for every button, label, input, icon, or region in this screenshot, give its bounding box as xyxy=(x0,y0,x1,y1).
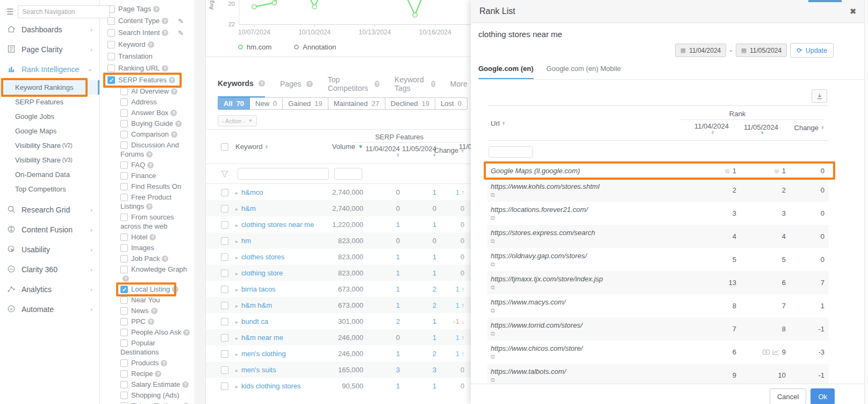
date2-rank-cell[interactable]: 1 xyxy=(400,221,436,229)
unchecked-checkbox[interactable] xyxy=(120,339,128,347)
submenu-item-google-jobs[interactable]: Google Jobs xyxy=(0,109,99,124)
external-link-icon[interactable]: ⧉ xyxy=(491,238,687,245)
unchecked-checkbox[interactable] xyxy=(120,255,128,263)
date1-rank-cell[interactable]: 3 xyxy=(363,366,400,374)
status-filter-gained[interactable]: Gained19 xyxy=(283,97,328,110)
screenshot-icon[interactable] xyxy=(763,349,770,355)
help-icon[interactable]: ? xyxy=(148,318,154,325)
help-icon[interactable]: ? xyxy=(123,275,129,282)
status-filter-maintained[interactable]: Maintained27 xyxy=(328,97,385,110)
expand-icon[interactable]: ▸ xyxy=(235,335,238,341)
cancel-button[interactable]: Cancel xyxy=(770,388,806,404)
legend-item-hm-com[interactable]: hm.com xyxy=(238,43,271,51)
filter-item-label[interactable]: Search Intent xyxy=(118,29,160,37)
sidebar-item-rank-intelligence[interactable]: Rank Intelligence⌄ xyxy=(0,59,99,79)
unchecked-checkbox[interactable] xyxy=(120,214,128,221)
external-link-icon[interactable]: ⧉ xyxy=(491,377,687,384)
expand-icon[interactable]: ▸ xyxy=(235,384,238,389)
help-icon[interactable]: ? xyxy=(146,203,153,210)
help-icon[interactable]: ? xyxy=(161,360,167,366)
row-checkbox[interactable] xyxy=(221,253,228,261)
keyword-link[interactable]: ▸h&m h&m xyxy=(235,301,323,309)
help-icon[interactable]: ? xyxy=(183,329,190,336)
filter-item-label[interactable]: Images xyxy=(131,244,154,252)
status-filter-lost[interactable]: Lost0 xyxy=(435,97,468,110)
expand-icon[interactable]: ▸ xyxy=(235,303,238,309)
keyword-link[interactable]: ▸h&m near me xyxy=(235,334,323,342)
engine-tab-google-com-en-mobile[interactable]: Google.com (en) Mobile xyxy=(547,65,621,79)
select-all-checkbox[interactable] xyxy=(221,143,228,151)
filter-item-label[interactable]: Answer Box xyxy=(131,109,168,117)
filter-item-label[interactable]: Local Listing xyxy=(131,285,170,293)
help-icon[interactable]: ? xyxy=(162,30,168,36)
update-button[interactable]: ⟳ Update xyxy=(790,43,834,58)
row-checkbox[interactable] xyxy=(221,221,228,229)
unchecked-checkbox[interactable] xyxy=(120,266,128,273)
external-link-icon[interactable]: ⧉ xyxy=(491,307,687,314)
row-checkbox[interactable] xyxy=(221,366,228,374)
keyword-link[interactable]: ▸birria tacos xyxy=(235,285,323,293)
column-header-keyword[interactable]: Keyword ▲▼ xyxy=(235,143,323,151)
filter-item-label[interactable]: AI Overview xyxy=(131,87,169,95)
filter-item-label[interactable]: Products xyxy=(131,359,159,367)
date-from-picker[interactable]: ▦ 11/04/2024 xyxy=(675,44,727,57)
help-icon[interactable]: ? xyxy=(171,88,177,95)
edit-pencil-icon[interactable]: ✎ xyxy=(178,29,184,38)
unchecked-checkbox[interactable] xyxy=(120,194,128,201)
unchecked-checkbox[interactable] xyxy=(120,161,128,169)
column-header-change[interactable]: Change ▲▼ xyxy=(786,115,824,132)
unchecked-checkbox[interactable] xyxy=(120,98,128,106)
filter-item-label[interactable]: Comparison xyxy=(131,130,169,138)
submenu-item-serp-features[interactable]: SERP Features xyxy=(0,95,99,109)
help-icon[interactable]: ? xyxy=(175,121,182,127)
status-filter-all[interactable]: All70 xyxy=(218,97,250,110)
external-link-icon[interactable]: ⧉ xyxy=(491,261,687,268)
unchecked-checkbox[interactable] xyxy=(120,359,128,367)
expand-icon[interactable]: ▸ xyxy=(235,271,238,277)
unchecked-checkbox[interactable] xyxy=(120,318,128,325)
sidebar-item-page-clarity[interactable]: Page Clarity› xyxy=(0,39,99,59)
filter-item-label[interactable]: Translation xyxy=(118,52,153,60)
filter-item-label[interactable]: Ranking URL xyxy=(118,64,160,72)
unchecked-checkbox[interactable] xyxy=(120,141,128,149)
legend-item-annotation[interactable]: Annotation xyxy=(294,43,336,51)
expand-icon[interactable]: ▸ xyxy=(235,238,238,244)
unchecked-checkbox[interactable] xyxy=(120,88,128,95)
filter-item-label[interactable]: Content Type xyxy=(118,17,160,25)
submenu-item-visibility-share[interactable]: Visibility Share (V3) xyxy=(0,153,99,167)
keyword-link[interactable]: ▸clothing store xyxy=(235,269,323,277)
panel-divider[interactable] xyxy=(196,0,206,404)
filter-item-label[interactable]: People Also Ask xyxy=(131,328,181,336)
submenu-item-on-demand-data[interactable]: On-Demand Data xyxy=(0,167,99,182)
filter-item-label[interactable]: Knowledge Graph xyxy=(131,265,187,273)
row-checkbox[interactable] xyxy=(221,189,228,196)
volume-filter-input[interactable] xyxy=(334,168,362,180)
help-icon[interactable]: ? xyxy=(162,256,168,262)
google-maps-result-label[interactable]: Google Maps (ll.google.com) xyxy=(491,167,687,175)
submenu-item-google-maps[interactable]: Google Maps xyxy=(0,124,99,138)
date2-rank-cell[interactable]: 3 xyxy=(400,366,436,374)
checked-checkbox[interactable] xyxy=(120,286,128,293)
result-url-link[interactable]: https://tjmaxx.tjx.com/store/index.jsp xyxy=(491,275,687,283)
unchecked-checkbox[interactable] xyxy=(120,381,128,388)
unchecked-checkbox[interactable] xyxy=(107,53,115,60)
keyword-link[interactable]: ▸h&mco xyxy=(235,188,323,196)
result-url-link[interactable]: https://locations.forever21.com/ xyxy=(491,205,687,214)
keyword-filter-input[interactable] xyxy=(238,168,329,180)
filter-item-label[interactable]: Find Results On xyxy=(131,182,181,190)
result-url-link[interactable]: https://www.macys.com/ xyxy=(491,298,687,306)
expand-icon[interactable]: ▸ xyxy=(235,287,238,293)
filter-item-label[interactable]: Finance xyxy=(131,172,156,180)
result-url-link[interactable]: https://www.chicos.com/store/ xyxy=(491,344,687,352)
tab-keywords[interactable]: Keywords? xyxy=(218,75,265,97)
filter-item-label[interactable]: Near You xyxy=(131,296,160,304)
external-link-icon[interactable]: ⧉ xyxy=(491,215,687,222)
external-link-icon[interactable]: ⧉ xyxy=(491,284,687,291)
unchecked-checkbox[interactable] xyxy=(120,183,128,190)
unchecked-checkbox[interactable] xyxy=(120,109,128,117)
keyword-link[interactable]: ▸men's clothing xyxy=(235,350,323,358)
date2-rank-cell[interactable]: 2 xyxy=(400,285,436,293)
expand-icon[interactable]: ▸ xyxy=(235,254,238,260)
submenu-item-visibility-share[interactable]: Visibility Share (V2) xyxy=(0,138,99,153)
sidebar-item-content-fusion[interactable]: Content Fusion› xyxy=(0,219,99,239)
